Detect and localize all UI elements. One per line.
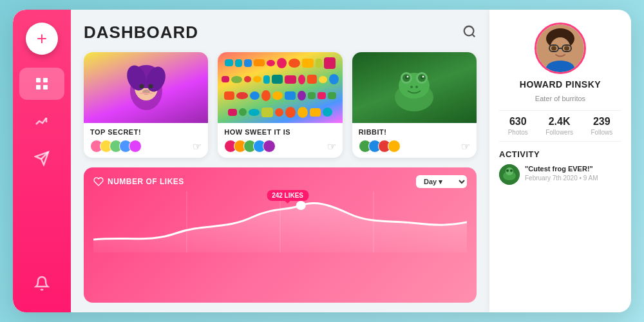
svg-point-13 [139,84,144,89]
card-image-purple [84,52,208,123]
activity-title: ACTIVITY [499,149,621,159]
card-image-candy [218,52,342,123]
candy-dot [272,91,283,100]
candy-dot [261,108,273,117]
candy-dot [302,59,314,68]
right-panel: HOWARD PINSKY Eater of burritos 630 Phot… [489,10,631,312]
day-filter-select[interactable]: Day ▾ Week ▾ Month ▾ [416,175,467,188]
stat-followers: 2.4K Followers [545,116,573,136]
candy-dot [323,108,332,117]
add-button[interactable]: + [26,23,58,55]
cursor-icon-1: ☞ [193,140,202,153]
stat-followers-label: Followers [545,129,573,136]
chart-section: NUMBER OF LIKES Day ▾ Week ▾ Month ▾ 242… [84,167,477,303]
svg-rect-0 [36,78,41,82]
chart-area: 242 LIKES [93,191,467,256]
main-content: DASHBOARD [71,10,489,312]
candy-dot [224,91,234,100]
candy-dot [285,107,296,118]
card-body-3: RIBBIT! ☞ [352,123,477,158]
chart-title: NUMBER OF LIKES [93,176,184,187]
svg-point-40 [564,46,569,51]
activity-avatar [499,164,520,185]
activity-item: "Cutest frog EVER!" February 7th 2020 • … [499,164,621,185]
chart-header: NUMBER OF LIKES Day ▾ Week ▾ Month ▾ [93,175,467,188]
avatar-group-2 [224,140,272,153]
candy-dot [263,75,270,84]
sidebar-item-grid[interactable] [19,68,64,100]
user-avatar-svg [536,24,584,72]
card-body-1: TOP SECRET! ☞ [84,123,208,158]
likes-tooltip: 242 LIKES [267,190,308,201]
candy-dot [308,92,316,99]
candy-dot [231,76,242,83]
svg-rect-1 [43,78,48,82]
card-how-sweet[interactable]: HOW SWEET IT IS ☞ [218,52,342,158]
candy-dot [324,57,336,69]
card-footer-3: ☞ [359,140,470,153]
stat-photos-value: 630 [509,116,527,128]
candy-dot [307,75,317,84]
search-icon [462,24,477,39]
svg-point-27 [410,86,413,88]
page-title: DASHBOARD [84,23,198,43]
card-footer-1: ☞ [90,140,202,153]
card-title-3: RIBBIT! [359,128,470,136]
candy-dot [235,59,242,67]
svg-point-28 [415,86,418,88]
card-image-frog [352,52,477,123]
svg-point-46 [510,169,513,172]
stat-follows: 239 Follows [591,116,612,136]
stat-photos-label: Photos [508,129,528,136]
candy-dot [250,91,260,100]
sidebar-bottom [19,267,64,299]
activity-item-text: "Cutest frog EVER!" [525,164,598,173]
avatar [263,140,276,153]
candy-dot [298,107,308,118]
sidebar-item-share[interactable] [19,142,64,175]
sidebar-nav [13,68,71,175]
sidebar-item-notifications[interactable] [19,267,64,299]
activity-section: ACTIVITY "Cutest frog EVER!" February 7t… [499,149,621,299]
grid-icon [34,76,50,91]
svg-point-6 [464,26,474,36]
candy-dot [267,60,275,66]
stat-photos: 630 Photos [508,116,528,136]
svg-rect-3 [43,85,48,90]
candy-dot [285,91,296,100]
share-icon [34,151,50,166]
cards-row: TOP SECRET! ☞ [84,52,477,158]
cursor-icon-3: ☞ [461,140,470,153]
candy-dot [275,108,283,117]
svg-point-29 [297,202,305,209]
stat-follows-value: 239 [593,116,611,128]
analytics-icon [34,113,50,129]
candy-dot [244,59,252,67]
card-ribbit[interactable]: RIBBIT! ☞ [352,52,477,158]
profile-avatar [535,23,586,74]
cursor-icon-2: ☞ [327,140,336,153]
candy-dot [316,59,323,68]
avatar-group-3 [359,140,397,153]
candy-dot [236,92,247,99]
card-top-secret[interactable]: TOP SECRET! ☞ [84,52,208,158]
app-container: + [13,10,631,312]
candy-dot [244,76,251,82]
candy-dot [329,74,339,85]
svg-point-14 [148,84,153,89]
stat-follows-label: Follows [591,129,612,136]
candy-dot [319,76,327,83]
search-button[interactable] [462,24,477,41]
card-body-2: HOW SWEET IT IS ☞ [218,123,342,158]
svg-point-26 [422,76,424,78]
stat-followers-value: 2.4K [549,116,571,128]
sidebar-item-analytics[interactable] [19,105,64,137]
candy-dot [249,109,260,116]
candy-dot [289,59,300,68]
profile-bio: Eater of burritos [535,95,585,102]
candy-dot [310,108,321,117]
stats-row: 630 Photos 2.4K Followers 239 Follows [499,110,621,142]
profile-section: HOWARD PINSKY Eater of burritos [499,23,621,102]
card-title-2: HOW SWEET IT IS [224,128,336,136]
svg-point-25 [407,76,409,78]
